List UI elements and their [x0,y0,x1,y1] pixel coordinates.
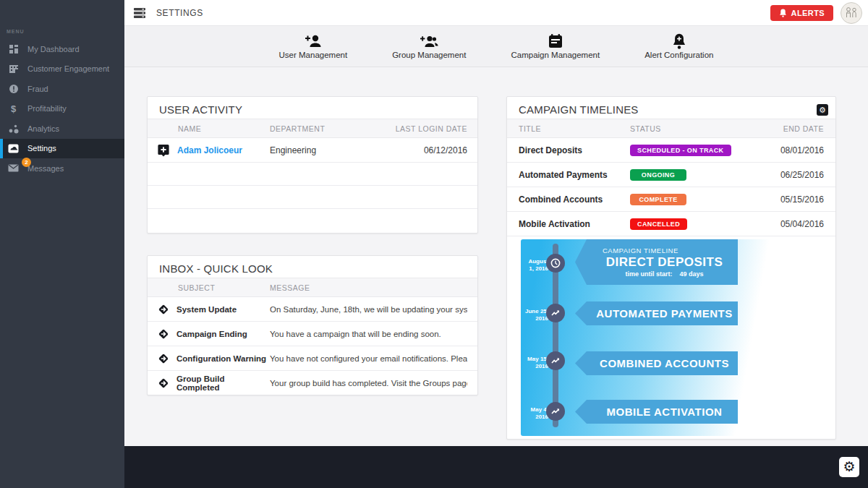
bell-icon [779,9,787,17]
campaign-name: Direct Deposits [519,145,630,155]
top-bar: SETTINGS ALERTS [124,0,868,26]
clock-icon [546,254,565,273]
timeline-banner[interactable]: MOBILE ACTIVATION [575,400,738,424]
timeline-banner[interactable]: CAMPAIGN TIMELINE DIRECT DEPOSITS time u… [575,239,738,285]
sidebar-nav: My Dashboard Customer Engagement Fraud $… [0,39,124,179]
settings-subnav: User Management Group Management Campaig… [124,26,868,67]
scatter-icon [7,123,20,134]
sidebar-item-label: Messages [27,164,64,173]
col-department: DEPARTMENT [270,124,393,133]
user-department: Engineering [270,145,393,155]
status-badge: ONGOING [630,169,686,181]
user-activity-header: NAME DEPARTMENT LAST LOGIN DATE [148,119,477,138]
campaign-end-date: 05/15/2016 [757,194,824,205]
subnav-label: User Management [279,51,348,59]
col-message: MESSAGE [270,283,467,292]
timeline-banner[interactable]: AUTOMATED PAYMENTS [575,301,738,325]
campaign-name: Mobile Activation [519,219,630,229]
banner-subtitle-value: 49 days [679,270,703,278]
banner-title: AUTOMATED PAYMENTS [591,307,738,320]
campaign-timelines-panel: CAMPAIGN TIMELINES ⚙ TITLE STATUS END DA… [506,96,836,440]
inbox-header: SUBJECT MESSAGE [148,278,477,297]
footer-bar: ⚙ [124,446,868,488]
avatar[interactable] [841,2,862,24]
status-badge: COMPLETE [630,194,686,205]
inbox-row[interactable]: Group Build Completed Your group build h… [148,371,477,395]
inbox-message: You have a campaign that will be ending … [270,330,467,338]
building-icon [7,63,20,74]
sidebar-item-settings[interactable]: Settings [0,139,124,159]
subnav-label: Campaign Management [511,51,600,59]
sidebar-item-fraud[interactable]: Fraud [0,79,124,99]
empty-table-row [148,163,477,186]
inbox-subject: System Update [176,305,237,314]
inbox-message: You have not configured your email notif… [270,354,467,363]
campaign-row[interactable]: Mobile Activation CANCELLED 05/04/2016 [507,212,835,236]
sidebar-item-my-dashboard[interactable]: My Dashboard [0,39,124,59]
table-row[interactable]: Adam Jolicoeur Engineering 06/12/2016 [148,138,477,163]
image-icon [7,142,20,154]
dollar-icon: $ [7,103,20,114]
subnav-campaign-management[interactable]: Campaign Management [511,33,600,59]
main-content: USER ACTIVITY NAME DEPARTMENT LAST LOGIN… [124,67,868,446]
col-last-login: LAST LOGIN DATE [393,124,467,133]
subnav-alert-configuration[interactable]: Alert Configuration [644,33,713,59]
sidebar-item-profitability[interactable]: $ Profitability [0,99,124,119]
sidebar-item-label: Profitability [27,104,67,113]
campaign-row[interactable]: Direct Deposits SCHEDULED - ON TRACK 08/… [507,138,835,163]
alerts-button[interactable]: ALERTS [770,5,833,21]
timeline-date: June 25, 2016 [522,308,548,323]
sidebar: MENU My Dashboard Customer Engagement Fr… [0,0,124,488]
sidebar-item-analytics[interactable]: Analytics [0,119,124,139]
messages-badge: 2 [22,158,31,167]
campaign-row[interactable]: Combined Accounts COMPLETE 05/15/2016 [507,187,835,212]
inbox-subject: Group Build Completed [176,374,270,392]
diamond-arrow-icon [158,304,169,315]
timeline-banner[interactable]: COMBINED ACCOUNTS [575,351,738,375]
dashboard-icon [7,43,20,55]
subnav-group-management[interactable]: Group Management [392,33,466,59]
campaign-name: Automated Payments [519,170,630,180]
sidebar-item-customer-engagement[interactable]: Customer Engagement [0,59,124,80]
gear-icon[interactable]: ⚙ [817,104,828,116]
inbox-row[interactable]: Campaign Ending You have a campaign that… [148,322,477,346]
timeline-date: August 1, 2016 [522,258,548,273]
trending-up-icon [546,304,565,322]
subnav-user-management[interactable]: User Management [279,33,348,59]
inbox-subject: Campaign Ending [176,330,247,338]
inbox-title: INBOX - QUICK LOOK [148,256,477,278]
person-add-icon [304,33,323,49]
sidebar-item-messages[interactable]: 2 Messages [0,158,124,179]
timeline-date: May 4, 2016 [522,406,548,421]
diamond-arrow-icon [158,328,169,340]
page-title: SETTINGS [156,8,203,18]
col-end-date: END DATE [757,124,824,133]
user-name-link[interactable]: Adam Jolicoeur [177,145,242,155]
banner-title: COMBINED ACCOUNTS [591,357,738,369]
campaign-timeline-graphic: August 1, 2016 CAMPAIGN TIMELINE DIRECT … [521,239,832,436]
calendar-icon [548,33,563,49]
subnav-label: Alert Configuration [644,51,713,59]
user-last-login: 06/12/2016 [393,145,467,155]
gear-icon[interactable]: ⚙ [839,457,859,477]
col-name: NAME [158,124,270,133]
campaign-row[interactable]: Automated Payments ONGOING 06/25/2016 [507,163,835,187]
sidebar-item-label: Analytics [27,124,59,133]
banner-overline: CAMPAIGN TIMELINE [591,247,738,254]
group-add-icon [419,33,439,49]
envelope-icon: 2 [7,163,20,174]
inbox-row[interactable]: Configuration Warning You have not confi… [148,346,477,371]
subnav-label: Group Management [392,51,466,59]
campaign-header: TITLE STATUS END DATE [507,119,835,138]
banner-subtitle-label: time until start: [625,270,672,278]
diamond-arrow-icon [158,353,169,364]
campaign-end-date: 06/25/2016 [757,170,824,180]
status-badge: SCHEDULED - ON TRACK [630,145,731,156]
inbox-row[interactable]: System Update On Saturday, June, 18th, w… [148,297,477,322]
trending-up-icon [546,351,565,370]
storage-icon [133,7,146,19]
sidebar-item-label: My Dashboard [27,45,80,53]
sidebar-menu-label: MENU [7,29,25,34]
trending-up-icon [546,402,565,421]
inbox-panel: INBOX - QUICK LOOK SUBJECT MESSAGE Syste… [147,255,478,395]
